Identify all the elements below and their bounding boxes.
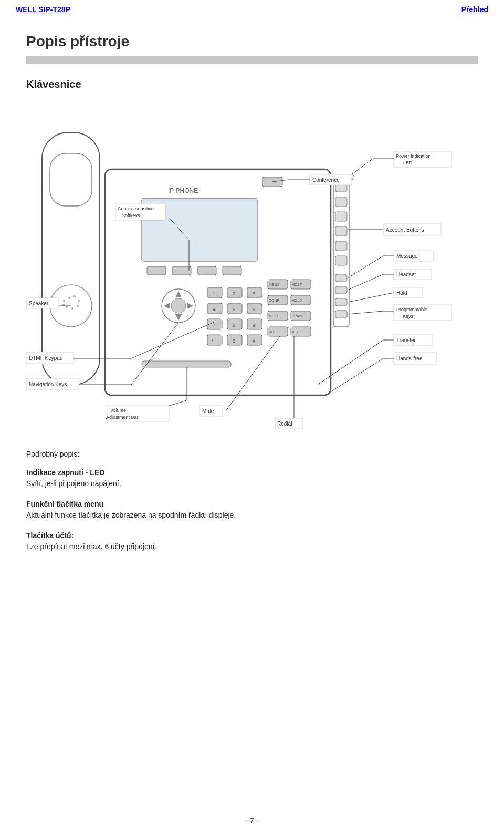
svg-text:Message: Message bbox=[396, 253, 418, 259]
svg-text:TRAN: TRAN bbox=[292, 314, 302, 318]
svg-rect-68 bbox=[335, 197, 347, 207]
svg-text:7: 7 bbox=[213, 323, 215, 328]
diagram-svg: IP PHONE bbox=[26, 101, 478, 432]
svg-point-7 bbox=[77, 305, 79, 307]
svg-rect-33 bbox=[207, 335, 222, 345]
svg-text:Redial: Redial bbox=[277, 421, 292, 427]
indikace-label: Indikace zapnutí - LED bbox=[26, 467, 478, 478]
svg-text:HDST: HDST bbox=[292, 283, 302, 286]
phone-diagram: IP PHONE bbox=[26, 101, 478, 432]
indikace-text: Svítí, je-li připojeno napájení. bbox=[26, 478, 478, 489]
svg-text:8: 8 bbox=[233, 323, 235, 328]
header-left-title: WELL SIP-T28P bbox=[16, 5, 70, 14]
svg-text:Mute: Mute bbox=[202, 408, 214, 414]
svg-text:Volume: Volume bbox=[110, 408, 126, 413]
podrobny-text: Podrobný popis: bbox=[26, 449, 478, 460]
funkcni-label: Funkční tlačítka menu bbox=[26, 499, 478, 510]
svg-text:CONF: CONF bbox=[269, 298, 279, 302]
page-header: WELL SIP-T28P Přehled bbox=[0, 0, 504, 17]
podrobny-section: Podrobný popis: bbox=[26, 449, 478, 460]
svg-text:MSGS: MSGS bbox=[269, 283, 280, 286]
svg-rect-64 bbox=[142, 361, 231, 367]
svg-text:MUTE: MUTE bbox=[269, 314, 279, 318]
svg-rect-71 bbox=[335, 241, 347, 251]
svg-text:Hold: Hold bbox=[396, 290, 407, 296]
svg-rect-1 bbox=[50, 153, 92, 206]
svg-line-88 bbox=[352, 159, 373, 174]
svg-text:Conference: Conference bbox=[312, 177, 340, 183]
svg-text:*: * bbox=[212, 338, 214, 344]
svg-text:0: 0 bbox=[233, 338, 235, 344]
svg-rect-74 bbox=[335, 286, 347, 294]
svg-line-128 bbox=[131, 323, 178, 385]
svg-line-104 bbox=[348, 293, 394, 302]
svg-text:DTMF Keypad: DTMF Keypad bbox=[29, 355, 62, 361]
svg-text:Power Indication: Power Indication bbox=[396, 153, 431, 159]
svg-text:HOLD: HOLD bbox=[292, 298, 302, 302]
svg-text:Keys: Keys bbox=[403, 314, 414, 319]
svg-text:6: 6 bbox=[253, 307, 255, 312]
tlacitka-text: Lze přepínat mezi max. 6 účty připojení. bbox=[26, 541, 478, 552]
svg-text:VOL: VOL bbox=[292, 330, 299, 334]
svg-point-4 bbox=[68, 297, 70, 299]
svg-text:Speaker: Speaker bbox=[29, 301, 49, 306]
svg-text:IP PHONE: IP PHONE bbox=[168, 187, 198, 194]
svg-point-8 bbox=[71, 307, 74, 310]
svg-rect-0 bbox=[42, 132, 100, 385]
svg-text:1: 1 bbox=[213, 291, 215, 296]
svg-text:Adjustment Bar: Adjustment Bar bbox=[106, 415, 139, 420]
svg-rect-69 bbox=[335, 212, 347, 221]
funkcni-text: Aktuální funkce tlačítka je zobrazena na… bbox=[26, 510, 478, 521]
header-right-title: Přehled bbox=[461, 5, 488, 14]
main-content: Popis přístroje Klávesnice bbox=[0, 17, 504, 583]
svg-point-3 bbox=[63, 300, 65, 302]
indikace-section: Indikace zapnutí - LED Svítí, je-li přip… bbox=[26, 467, 478, 489]
section-heading: Klávesnice bbox=[26, 78, 478, 90]
svg-point-9 bbox=[66, 306, 68, 308]
svg-text:Context-sensitive: Context-sensitive bbox=[118, 206, 154, 211]
svg-point-10 bbox=[62, 304, 65, 306]
svg-marker-21 bbox=[175, 314, 182, 321]
svg-text:2: 2 bbox=[233, 291, 235, 296]
page-title: Popis přístroje bbox=[26, 33, 478, 50]
tlacitka-section: Tlačítka účtů: Lze přepínat mezi max. 6 … bbox=[26, 530, 478, 552]
svg-text:#: # bbox=[253, 338, 255, 344]
svg-rect-77 bbox=[335, 311, 347, 318]
svg-text:Programmable: Programmable bbox=[396, 307, 427, 312]
svg-marker-22 bbox=[164, 303, 170, 309]
separator-bar bbox=[26, 56, 478, 64]
svg-marker-20 bbox=[175, 291, 182, 297]
svg-rect-73 bbox=[335, 274, 347, 282]
svg-rect-17 bbox=[223, 266, 242, 275]
svg-text:Navigation Keys: Navigation Keys bbox=[29, 382, 67, 387]
svg-text:3: 3 bbox=[253, 291, 255, 296]
svg-rect-70 bbox=[335, 226, 347, 236]
svg-text:Softkeys: Softkeys bbox=[122, 213, 140, 218]
svg-line-96 bbox=[348, 256, 383, 278]
page-footer: - 7 - bbox=[0, 817, 504, 824]
svg-text:Hands-free: Hands-free bbox=[396, 356, 423, 362]
svg-line-124 bbox=[131, 322, 215, 358]
svg-line-137 bbox=[226, 336, 280, 411]
svg-point-6 bbox=[78, 300, 80, 302]
tlacitka-label: Tlačítka účtů: bbox=[26, 530, 478, 541]
svg-point-19 bbox=[171, 298, 186, 313]
page-number: - 7 - bbox=[246, 817, 258, 824]
svg-text:5: 5 bbox=[233, 307, 235, 312]
svg-text:Account Buttons: Account Buttons bbox=[386, 227, 424, 233]
svg-line-100 bbox=[348, 274, 383, 290]
svg-rect-16 bbox=[197, 266, 216, 275]
svg-text:9: 9 bbox=[253, 323, 255, 328]
svg-rect-75 bbox=[335, 298, 347, 306]
svg-marker-23 bbox=[187, 303, 193, 309]
svg-text:LED: LED bbox=[403, 160, 413, 166]
svg-rect-72 bbox=[335, 256, 347, 265]
svg-rect-14 bbox=[147, 266, 166, 275]
svg-rect-15 bbox=[172, 266, 191, 275]
funkcni-section: Funkční tlačítka menu Aktuální funkce tl… bbox=[26, 499, 478, 521]
svg-line-107 bbox=[348, 311, 383, 314]
svg-point-5 bbox=[74, 295, 76, 297]
svg-line-112 bbox=[318, 340, 383, 385]
svg-text:Transfer: Transfer bbox=[396, 337, 416, 343]
svg-line-116 bbox=[326, 358, 383, 395]
